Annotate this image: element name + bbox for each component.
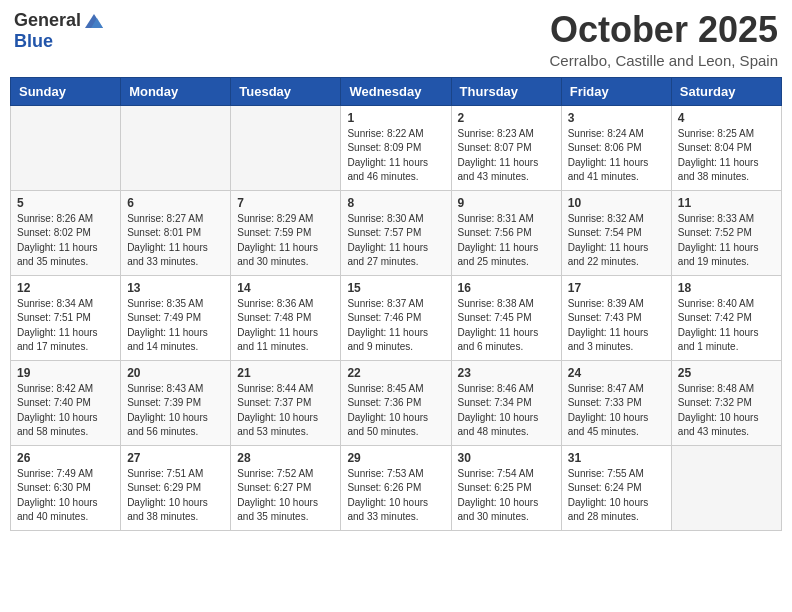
day-number: 22 — [347, 366, 444, 380]
cell-content: Sunrise: 8:38 AMSunset: 7:45 PMDaylight:… — [458, 297, 555, 355]
cell-content: Sunrise: 7:49 AMSunset: 6:30 PMDaylight:… — [17, 467, 114, 525]
table-row: 5Sunrise: 8:26 AMSunset: 8:02 PMDaylight… — [11, 190, 121, 275]
week-row-0: 1Sunrise: 8:22 AMSunset: 8:09 PMDaylight… — [11, 105, 782, 190]
table-row: 4Sunrise: 8:25 AMSunset: 8:04 PMDaylight… — [671, 105, 781, 190]
cell-content: Sunrise: 8:27 AMSunset: 8:01 PMDaylight:… — [127, 212, 224, 270]
day-number: 17 — [568, 281, 665, 295]
table-row: 8Sunrise: 8:30 AMSunset: 7:57 PMDaylight… — [341, 190, 451, 275]
cell-content: Sunrise: 8:44 AMSunset: 7:37 PMDaylight:… — [237, 382, 334, 440]
header-wednesday: Wednesday — [341, 77, 451, 105]
cell-content: Sunrise: 8:43 AMSunset: 7:39 PMDaylight:… — [127, 382, 224, 440]
header-saturday: Saturday — [671, 77, 781, 105]
day-number: 29 — [347, 451, 444, 465]
cell-content: Sunrise: 8:22 AMSunset: 8:09 PMDaylight:… — [347, 127, 444, 185]
table-row: 29Sunrise: 7:53 AMSunset: 6:26 PMDayligh… — [341, 445, 451, 530]
cell-content: Sunrise: 8:42 AMSunset: 7:40 PMDaylight:… — [17, 382, 114, 440]
header-tuesday: Tuesday — [231, 77, 341, 105]
cell-content: Sunrise: 8:25 AMSunset: 8:04 PMDaylight:… — [678, 127, 775, 185]
table-row: 27Sunrise: 7:51 AMSunset: 6:29 PMDayligh… — [121, 445, 231, 530]
cell-content: Sunrise: 8:34 AMSunset: 7:51 PMDaylight:… — [17, 297, 114, 355]
cell-content: Sunrise: 8:30 AMSunset: 7:57 PMDaylight:… — [347, 212, 444, 270]
day-number: 5 — [17, 196, 114, 210]
cell-content: Sunrise: 8:33 AMSunset: 7:52 PMDaylight:… — [678, 212, 775, 270]
table-row: 6Sunrise: 8:27 AMSunset: 8:01 PMDaylight… — [121, 190, 231, 275]
cell-content: Sunrise: 7:52 AMSunset: 6:27 PMDaylight:… — [237, 467, 334, 525]
calendar: Sunday Monday Tuesday Wednesday Thursday… — [10, 77, 782, 531]
cell-content: Sunrise: 7:51 AMSunset: 6:29 PMDaylight:… — [127, 467, 224, 525]
table-row: 31Sunrise: 7:55 AMSunset: 6:24 PMDayligh… — [561, 445, 671, 530]
day-number: 8 — [347, 196, 444, 210]
table-row: 30Sunrise: 7:54 AMSunset: 6:25 PMDayligh… — [451, 445, 561, 530]
day-number: 26 — [17, 451, 114, 465]
table-row — [671, 445, 781, 530]
day-number: 16 — [458, 281, 555, 295]
cell-content: Sunrise: 8:35 AMSunset: 7:49 PMDaylight:… — [127, 297, 224, 355]
week-row-2: 12Sunrise: 8:34 AMSunset: 7:51 PMDayligh… — [11, 275, 782, 360]
cell-content: Sunrise: 8:47 AMSunset: 7:33 PMDaylight:… — [568, 382, 665, 440]
table-row: 1Sunrise: 8:22 AMSunset: 8:09 PMDaylight… — [341, 105, 451, 190]
weekday-header-row: Sunday Monday Tuesday Wednesday Thursday… — [11, 77, 782, 105]
cell-content: Sunrise: 8:29 AMSunset: 7:59 PMDaylight:… — [237, 212, 334, 270]
table-row: 23Sunrise: 8:46 AMSunset: 7:34 PMDayligh… — [451, 360, 561, 445]
day-number: 6 — [127, 196, 224, 210]
logo-text-general: General — [14, 11, 81, 31]
day-number: 4 — [678, 111, 775, 125]
day-number: 25 — [678, 366, 775, 380]
header-friday: Friday — [561, 77, 671, 105]
day-number: 20 — [127, 366, 224, 380]
cell-content: Sunrise: 8:45 AMSunset: 7:36 PMDaylight:… — [347, 382, 444, 440]
cell-content: Sunrise: 8:26 AMSunset: 8:02 PMDaylight:… — [17, 212, 114, 270]
table-row — [121, 105, 231, 190]
day-number: 1 — [347, 111, 444, 125]
day-number: 21 — [237, 366, 334, 380]
cell-content: Sunrise: 8:46 AMSunset: 7:34 PMDaylight:… — [458, 382, 555, 440]
cell-content: Sunrise: 8:36 AMSunset: 7:48 PMDaylight:… — [237, 297, 334, 355]
header-thursday: Thursday — [451, 77, 561, 105]
table-row: 13Sunrise: 8:35 AMSunset: 7:49 PMDayligh… — [121, 275, 231, 360]
day-number: 31 — [568, 451, 665, 465]
table-row: 26Sunrise: 7:49 AMSunset: 6:30 PMDayligh… — [11, 445, 121, 530]
day-number: 13 — [127, 281, 224, 295]
table-row: 20Sunrise: 8:43 AMSunset: 7:39 PMDayligh… — [121, 360, 231, 445]
day-number: 11 — [678, 196, 775, 210]
week-row-3: 19Sunrise: 8:42 AMSunset: 7:40 PMDayligh… — [11, 360, 782, 445]
day-number: 19 — [17, 366, 114, 380]
table-row: 14Sunrise: 8:36 AMSunset: 7:48 PMDayligh… — [231, 275, 341, 360]
week-row-1: 5Sunrise: 8:26 AMSunset: 8:02 PMDaylight… — [11, 190, 782, 275]
header-area: General Blue October 2025 Cerralbo, Cast… — [10, 10, 782, 69]
day-number: 3 — [568, 111, 665, 125]
logo: General Blue — [14, 10, 105, 52]
day-number: 7 — [237, 196, 334, 210]
table-row: 24Sunrise: 8:47 AMSunset: 7:33 PMDayligh… — [561, 360, 671, 445]
cell-content: Sunrise: 8:39 AMSunset: 7:43 PMDaylight:… — [568, 297, 665, 355]
day-number: 18 — [678, 281, 775, 295]
cell-content: Sunrise: 7:55 AMSunset: 6:24 PMDaylight:… — [568, 467, 665, 525]
week-row-4: 26Sunrise: 7:49 AMSunset: 6:30 PMDayligh… — [11, 445, 782, 530]
cell-content: Sunrise: 8:23 AMSunset: 8:07 PMDaylight:… — [458, 127, 555, 185]
cell-content: Sunrise: 8:37 AMSunset: 7:46 PMDaylight:… — [347, 297, 444, 355]
table-row: 11Sunrise: 8:33 AMSunset: 7:52 PMDayligh… — [671, 190, 781, 275]
table-row: 25Sunrise: 8:48 AMSunset: 7:32 PMDayligh… — [671, 360, 781, 445]
day-number: 23 — [458, 366, 555, 380]
table-row: 19Sunrise: 8:42 AMSunset: 7:40 PMDayligh… — [11, 360, 121, 445]
cell-content: Sunrise: 7:54 AMSunset: 6:25 PMDaylight:… — [458, 467, 555, 525]
day-number: 24 — [568, 366, 665, 380]
title-area: October 2025 Cerralbo, Castille and Leon… — [550, 10, 778, 69]
table-row: 18Sunrise: 8:40 AMSunset: 7:42 PMDayligh… — [671, 275, 781, 360]
logo-icon — [83, 10, 105, 32]
cell-content: Sunrise: 7:53 AMSunset: 6:26 PMDaylight:… — [347, 467, 444, 525]
location-title: Cerralbo, Castille and Leon, Spain — [550, 52, 778, 69]
day-number: 15 — [347, 281, 444, 295]
cell-content: Sunrise: 8:32 AMSunset: 7:54 PMDaylight:… — [568, 212, 665, 270]
table-row: 12Sunrise: 8:34 AMSunset: 7:51 PMDayligh… — [11, 275, 121, 360]
table-row: 22Sunrise: 8:45 AMSunset: 7:36 PMDayligh… — [341, 360, 451, 445]
header-monday: Monday — [121, 77, 231, 105]
month-title: October 2025 — [550, 10, 778, 50]
day-number: 12 — [17, 281, 114, 295]
day-number: 10 — [568, 196, 665, 210]
table-row: 10Sunrise: 8:32 AMSunset: 7:54 PMDayligh… — [561, 190, 671, 275]
day-number: 30 — [458, 451, 555, 465]
table-row: 21Sunrise: 8:44 AMSunset: 7:37 PMDayligh… — [231, 360, 341, 445]
day-number: 9 — [458, 196, 555, 210]
table-row: 16Sunrise: 8:38 AMSunset: 7:45 PMDayligh… — [451, 275, 561, 360]
